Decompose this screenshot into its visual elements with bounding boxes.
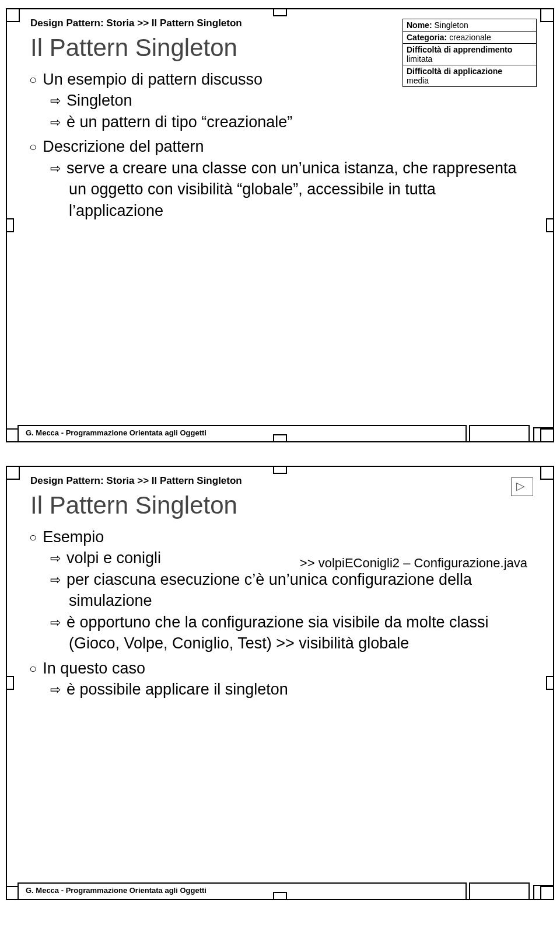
info-value: media <box>407 76 429 85</box>
info-label: Difficoltà di applicazione <box>407 67 502 76</box>
slide-content: Un esempio di pattern discusso Singleton… <box>7 69 553 221</box>
bullet-level1: Esempio <box>48 526 530 547</box>
bullet-level2: è possibile applicare il singleton <box>69 679 530 700</box>
info-label: Nome: <box>407 20 432 30</box>
bullet-level2: Singleton <box>69 90 530 111</box>
bullet-level1: Descrizione del pattern <box>48 136 530 157</box>
slide-2: Design Pattern: Storia >> Il Pattern Sin… <box>6 466 554 900</box>
slide-1: Design Pattern: Storia >> Il Pattern Sin… <box>6 8 554 442</box>
side-handle <box>546 218 554 232</box>
side-handle <box>273 8 287 16</box>
corner-handle <box>540 466 554 480</box>
footer-divider <box>469 425 530 442</box>
info-learning-difficulty: Difficoltà di apprendimento limitata <box>402 43 537 65</box>
corner-handle <box>6 466 20 480</box>
page-title: Il Pattern Singleton <box>7 487 553 523</box>
info-category: Categoria: creazionale <box>402 31 537 44</box>
side-handle <box>546 676 554 690</box>
bullet-level2: serve a creare una classe con un’unica i… <box>69 158 530 221</box>
corner-handle <box>540 886 554 900</box>
side-handle <box>273 466 287 474</box>
side-handle <box>273 892 287 900</box>
slide-content: Esempio volpi e conigli per ciascuna ese… <box>7 526 553 700</box>
side-handle <box>6 218 14 232</box>
footer-divider <box>469 882 530 900</box>
info-name: Nome: Singleton <box>402 19 537 32</box>
info-label: Difficoltà di apprendimento <box>407 45 512 54</box>
bullet-level2: è un pattern di tipo “creazionale” <box>69 111 530 132</box>
pattern-infobox: Nome: Singleton Categoria: creazionale D… <box>402 19 537 86</box>
info-value: creazionale <box>449 33 491 42</box>
corner-handle <box>540 8 554 22</box>
footer-text: G. Mecca - Programmazione Orientata agli… <box>18 425 467 442</box>
corner-handle <box>540 428 554 442</box>
side-handle <box>6 676 14 690</box>
info-value: limitata <box>407 54 432 64</box>
side-handle <box>273 434 287 442</box>
info-application-difficulty: Difficoltà di applicazione media <box>402 65 537 87</box>
bullet-level1: In questo caso <box>48 658 530 679</box>
info-value: Singleton <box>434 20 468 30</box>
corner-handle <box>6 8 20 22</box>
play-icon <box>511 477 533 496</box>
info-label: Categoria: <box>407 33 447 42</box>
bullet-level2: è opportuno che la configurazione sia vi… <box>69 612 530 654</box>
bullet-level2: per ciascuna esecuzione c’è un’unica con… <box>69 569 530 612</box>
code-reference-note: >> volpiEConigli2 – Configurazione.java <box>300 556 527 571</box>
footer-text: G. Mecca - Programmazione Orientata agli… <box>18 882 467 900</box>
